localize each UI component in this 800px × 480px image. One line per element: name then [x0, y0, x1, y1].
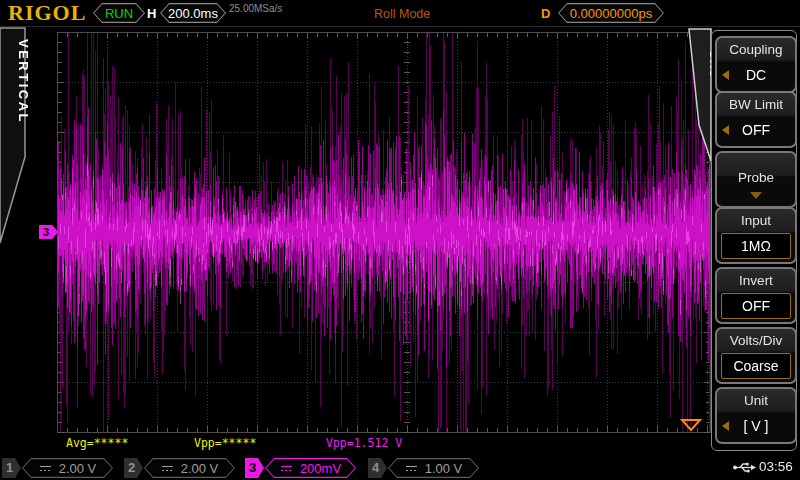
left-arrow-icon	[722, 70, 729, 80]
menu-item-volts-div[interactable]: Volts/Div Coarse	[715, 327, 797, 384]
menu-item-label: Unit	[717, 393, 795, 408]
delay-label: D	[541, 6, 550, 21]
vertical-tab-label: VERTICAL	[16, 39, 30, 124]
menu-item-value: [ V ]	[744, 418, 769, 434]
rigol-logo: RIGOL	[8, 0, 86, 26]
menu-item-invert[interactable]: Invert OFF	[715, 267, 797, 324]
menu-item-value: Coarse	[733, 358, 778, 374]
channel2-scale-badge: 2.00 V	[144, 458, 235, 478]
delay-badge[interactable]: 0.00000000ps	[558, 3, 664, 23]
channel1-number: 1	[2, 458, 21, 478]
run-state-label: RUN	[93, 3, 145, 23]
menu-item-coupling[interactable]: Coupling DC	[715, 36, 797, 93]
channel3-scale: 200mV	[300, 461, 341, 476]
usb-icon	[732, 461, 757, 474]
menu-item-label: BW Limit	[717, 97, 795, 112]
menu-item-label: Input	[717, 213, 795, 228]
menu-item-label: Invert	[717, 273, 795, 288]
channel4-badge[interactable]: 4 1.00 V	[368, 458, 479, 478]
acquisition-mode: Roll Mode	[374, 7, 430, 21]
dc-coupling-icon	[405, 465, 418, 472]
dc-coupling-icon	[39, 465, 52, 472]
waveform-display	[57, 32, 711, 433]
channel1-scale: 2.00 V	[59, 461, 97, 476]
menu-item-value: OFF	[742, 122, 770, 138]
sample-rate: 25.00MSa/s	[229, 3, 282, 14]
timebase-badge[interactable]: 200.0ms	[160, 3, 226, 23]
trigger-position-marker-icon[interactable]	[680, 418, 702, 432]
left-arrow-icon	[722, 421, 729, 431]
timebase-value: 200.0ms	[160, 3, 226, 23]
menu-item-value-box: OFF	[721, 293, 791, 319]
measurement-avg: Avg=*****	[66, 436, 128, 450]
channel3-badge[interactable]: 3 200mV	[245, 458, 356, 478]
menu-item-label: Probe	[717, 170, 795, 185]
menu-item-value-row: OFF	[720, 118, 792, 142]
channel3-ground-marker[interactable]: 3	[39, 225, 58, 239]
dc-coupling-icon	[161, 465, 174, 472]
left-arrow-icon	[722, 125, 729, 135]
dc-coupling-icon	[280, 465, 293, 472]
channel4-number: 4	[368, 458, 387, 478]
channel3-number: 3	[245, 458, 264, 478]
horizontal-label: H	[147, 6, 156, 21]
channel4-scale-badge: 1.00 V	[388, 458, 479, 478]
measurement-vpp-masked: Vpp=*****	[194, 436, 256, 450]
status-bar: RIGOL RUN H 200.0ms 25.00MSa/s Roll Mode…	[0, 0, 800, 27]
channel3-scale-badge: 200mV	[265, 458, 356, 478]
channel2-number: 2	[124, 458, 143, 478]
channel3-menu-tab[interactable]: CH3	[684, 27, 712, 163]
delay-value: 0.00000000ps	[558, 3, 664, 23]
menu-item-label: Coupling	[717, 42, 795, 57]
channel2-scale: 2.00 V	[181, 461, 219, 476]
menu-item-value-row: [ V ]	[720, 414, 792, 438]
menu-item-input[interactable]: Input 1MΩ	[715, 207, 797, 264]
menu-item-value-row: DC	[720, 63, 792, 87]
measurement-vpp-ch3: Vpp=1.512 V	[326, 436, 402, 450]
clock: 03:56	[759, 459, 793, 474]
channel1-badge[interactable]: 1 2.00 V	[2, 458, 113, 478]
menu-item-value: OFF	[742, 298, 770, 314]
channel1-scale-badge: 2.00 V	[22, 458, 113, 478]
channel2-badge[interactable]: 2 2.00 V	[124, 458, 235, 478]
channel4-scale: 1.00 V	[425, 461, 463, 476]
menu-item-unit[interactable]: Unit [ V ]	[715, 387, 797, 444]
softkey-menu: Coupling DC BW Limit OFF Probe Input 1MΩ	[711, 30, 797, 451]
menu-item-value: DC	[746, 67, 766, 83]
channel-status-bar: 1 2.00 V 2 2.00 V 3 200mV 4	[0, 455, 800, 480]
oscilloscope-screen: RIGOL RUN H 200.0ms 25.00MSa/s Roll Mode…	[0, 0, 800, 480]
menu-item-value: 1MΩ	[741, 238, 771, 254]
menu-item-probe[interactable]: Probe	[715, 151, 797, 208]
menu-item-value-box: Coarse	[721, 353, 791, 379]
menu-item-label: Volts/Div	[717, 333, 795, 348]
menu-item-bw-limit[interactable]: BW Limit OFF	[715, 91, 797, 148]
down-arrow-icon	[750, 192, 762, 199]
menu-item-value-box: 1MΩ	[721, 233, 791, 259]
vertical-menu-tab: VERTICAL	[0, 27, 30, 247]
run-state-badge[interactable]: RUN	[93, 3, 145, 23]
